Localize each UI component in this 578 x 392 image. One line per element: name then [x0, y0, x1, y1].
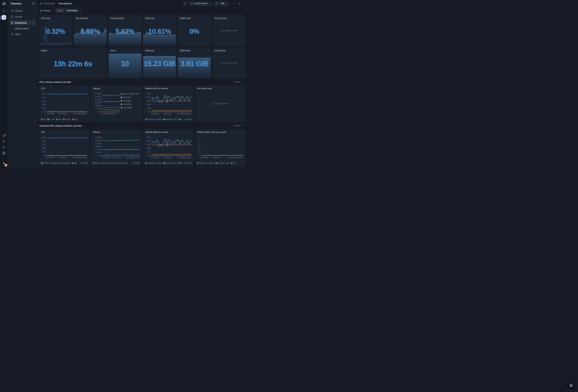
stat-value: 15.23 GiB — [143, 48, 176, 78]
sidebar-item-dashboards[interactable]: Dashboards — [9, 20, 36, 25]
chart-card-network-errors: Network traffic errors per second 10.80.… — [195, 129, 246, 165]
legend-item[interactable]: Used RAM — [121, 103, 140, 105]
card-menu-icon[interactable] — [241, 87, 244, 90]
legend-item[interactable]: I/O Wait - Waiting for I/O to complete — [41, 162, 70, 164]
legend-item[interactable]: Cache + Buffer RAM — [121, 93, 140, 95]
more-menu-icon[interactable] — [242, 2, 245, 5]
section-menu-icon[interactable] — [242, 124, 245, 127]
app-logo-icon[interactable] — [2, 2, 6, 5]
legend-item[interactable]: Received - erspan0 — [145, 118, 162, 120]
legend-item[interactable]: Received - erspan0 — [197, 162, 214, 164]
sidebar-item-alerts[interactable]: Alerts — [9, 31, 36, 37]
legend-item[interactable]: Free RAM — [121, 96, 140, 98]
theme-toggle-icon[interactable] — [2, 146, 5, 149]
memory-advanced-chart-plot[interactable]: 11.18 GiB9.31 GiB7.45 GiB5.59 GiB3.73 Gi… — [93, 136, 140, 159]
card-menu-icon[interactable] — [137, 87, 140, 90]
section-menu-icon[interactable] — [242, 81, 245, 83]
card-menu-icon[interactable] — [67, 17, 70, 20]
source-filter[interactable]: source Test Project — [55, 8, 82, 13]
telemetry-app-icon[interactable] — [1, 15, 6, 20]
sidebar-item-explore-metrics[interactable]: Explore metrics — [14, 26, 36, 31]
source-filter-value[interactable]: Test Project — [65, 8, 82, 13]
network-chart-plot[interactable]: 250 B200 B150 B100 B50 B0 B12:42:00am12:… — [145, 92, 192, 115]
legend-item[interactable]: user — [72, 118, 78, 120]
legend-item[interactable]: Received - erspan0 — [145, 162, 162, 164]
pager-next-icon[interactable] — [86, 162, 88, 164]
legend-item[interactable]: Used SWAP — [121, 107, 140, 109]
breadcrumb-dashboards[interactable]: Dashboards — [44, 2, 55, 5]
card-menu-icon[interactable] — [137, 131, 140, 134]
add-panel-icon[interactable] — [233, 2, 236, 5]
network-errors-chart-plot[interactable]: 10.80.60.40.2012:42:00am12:50:00am1:00:0… — [197, 136, 244, 159]
sidebar-item-live-tail[interactable]: Live tail — [9, 14, 36, 19]
no-data-state: No data found — [213, 48, 245, 78]
svg-text:250 B: 250 B — [146, 137, 150, 138]
next-row-partial — [39, 167, 246, 168]
card-menu-icon[interactable] — [206, 49, 209, 52]
panel-view-button[interactable] — [183, 1, 187, 6]
feedback-chat-icon[interactable] — [2, 140, 5, 143]
presets-dropdown[interactable]: Presets — [40, 9, 53, 12]
pager-prev-icon[interactable] — [184, 162, 185, 164]
sidebar-item-label: Explore metrics — [15, 27, 29, 30]
section-header-basic[interactable]: CPU, memory, network, and disk 4 charts — [39, 80, 245, 84]
card-menu-icon[interactable] — [206, 17, 209, 20]
card-menu-icon[interactable] — [102, 49, 105, 52]
section-header-advanced[interactable]: Advanced CPU, memory, network, and disk … — [39, 124, 245, 128]
legend-item[interactable]: Re — [231, 162, 235, 164]
memory-chart-plot[interactable]: 16.76 GiB13.97 GiB11.18 GiB8.38 GiB5.59 … — [93, 92, 120, 115]
svg-text:1:00:00am: 1:00:00am — [177, 113, 185, 115]
card-title: CPU — [41, 131, 45, 133]
legend-label: Received - eth0 — [166, 118, 177, 120]
legend-item[interactable]: Total RAM — [121, 100, 140, 102]
pager-prev-icon[interactable] — [184, 118, 185, 120]
pager-prev-icon[interactable] — [81, 162, 82, 164]
svg-text:1:00:00am: 1:00:00am — [109, 113, 116, 115]
legend-label: Received - erspan0 — [147, 162, 162, 164]
legend-item[interactable]: Idle — [72, 162, 77, 164]
pager-next-icon[interactable] — [190, 162, 192, 164]
cpu-chart-plot[interactable]: 100%80%60%40%20%0%12:42:00am12:50:00am1:… — [41, 92, 88, 115]
card-menu-icon[interactable] — [85, 131, 88, 134]
sidebar-item-sources[interactable]: Sources — [9, 8, 36, 13]
refresh-interval-select[interactable]: 15s — [219, 1, 228, 6]
card-menu-icon[interactable] — [189, 131, 192, 134]
time-range-picker[interactable]: Last 30 minutes — [189, 1, 212, 6]
legend-item[interactable]: Re — [179, 162, 182, 164]
pager-next-icon[interactable] — [190, 118, 192, 120]
card-menu-icon[interactable] — [172, 49, 174, 52]
card-menu-icon[interactable] — [172, 17, 174, 20]
sidebar-collapse-icon[interactable] — [32, 2, 35, 5]
card-menu-icon[interactable] — [137, 17, 140, 20]
legend-item[interactable]: nice — [56, 118, 62, 120]
pager-prev-icon[interactable] — [133, 162, 134, 164]
lightning-icon[interactable] — [237, 2, 241, 5]
legend-item[interactable]: Re — [179, 118, 182, 120]
card-menu-icon[interactable] — [137, 49, 140, 52]
card-menu-icon[interactable] — [85, 87, 88, 90]
pager-next-icon[interactable] — [138, 162, 140, 164]
legend-item[interactable]: Received - eth0 — [163, 162, 177, 164]
quickstart-icon[interactable] — [1, 8, 6, 13]
card-menu-icon[interactable] — [189, 87, 192, 90]
svg-text:12:50:00am: 12:50:00am — [112, 157, 121, 158]
card-menu-icon[interactable] — [241, 17, 244, 20]
network-advanced-chart-plot[interactable]: 250 B200 B150 B100 B50 B0 B12:42:00am12:… — [145, 136, 192, 159]
shortcuts-command-icon[interactable] — [2, 151, 5, 155]
main-area: Dashboards Host (Vector) Last 30 minutes — [37, 0, 248, 168]
card-menu-icon[interactable] — [241, 49, 244, 52]
card-title: Memory — [93, 131, 100, 133]
legend-item[interactable]: Buffers - Block device (e.g. harddisk) c… — [93, 162, 127, 164]
card-menu-icon[interactable] — [102, 17, 105, 20]
legend-item[interactable]: idle — [41, 118, 46, 120]
refresh-button[interactable] — [214, 1, 219, 6]
card-menu-icon[interactable] — [241, 131, 244, 134]
legend-item[interactable]: system — [63, 118, 71, 120]
user-avatar[interactable]: R NF — [1, 161, 6, 166]
notifications-bell-icon[interactable] — [2, 134, 5, 137]
svg-text:100 B: 100 B — [146, 104, 150, 105]
cpu-advanced-chart-plot[interactable]: 100%80%60%40%20%0%12:42:00am12:50:00am1:… — [41, 136, 88, 159]
legend-item[interactable]: Received - eth0 — [163, 118, 177, 120]
legend-item[interactable]: Received - eth0 — [215, 162, 229, 164]
legend-item[interactable]: io_wait — [47, 118, 55, 120]
